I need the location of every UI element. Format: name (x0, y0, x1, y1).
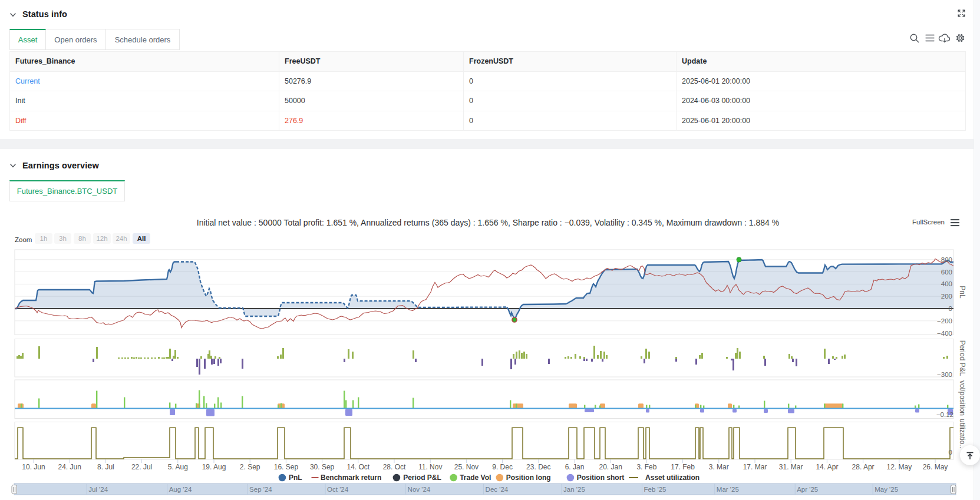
svg-text:utilizatio..: utilizatio.. (958, 419, 966, 448)
svg-text:200: 200 (941, 293, 952, 300)
svg-text:12. May: 12. May (886, 463, 912, 471)
svg-text:16. Sep: 16. Sep (274, 463, 299, 471)
svg-text:PnL: PnL (289, 473, 302, 482)
svg-text:Aug '24: Aug '24 (169, 486, 192, 493)
svg-text:25. Nov: 25. Nov (454, 463, 479, 471)
svg-text:3. Mar: 3. Mar (709, 463, 729, 471)
svg-text:17. Mar: 17. Mar (743, 463, 767, 471)
svg-text:19. Aug: 19. Aug (202, 463, 226, 471)
svg-text:800: 800 (941, 256, 952, 263)
svg-text:23. Dec: 23. Dec (526, 463, 550, 471)
svg-text:17. Feb: 17. Feb (671, 463, 695, 471)
svg-text:24. Jun: 24. Jun (58, 463, 81, 471)
svg-text:5. Aug: 5. Aug (168, 463, 188, 471)
svg-text:Feb '25: Feb '25 (644, 486, 666, 493)
svg-text:Benchmark return: Benchmark return (321, 473, 381, 482)
svg-text:26. May: 26. May (923, 463, 948, 471)
svg-text:14. Oct: 14. Oct (347, 463, 369, 471)
svg-text:May '25: May '25 (875, 486, 898, 493)
svg-text:−400: −400 (937, 330, 952, 337)
svg-text:10. Jun: 10. Jun (22, 463, 45, 471)
svg-text:PnL: PnL (958, 286, 966, 299)
svg-text:600: 600 (941, 269, 952, 276)
svg-text:vol/position: vol/position (958, 380, 966, 416)
svg-text:Apr '25: Apr '25 (797, 486, 818, 493)
svg-text:28. Oct: 28. Oct (383, 463, 406, 471)
svg-text:Dec '24: Dec '24 (486, 486, 509, 493)
svg-text:8. Jul: 8. Jul (97, 463, 114, 471)
svg-text:−0.12: −0.12 (936, 411, 953, 418)
svg-text:22. Jul: 22. Jul (131, 463, 152, 471)
svg-text:30. Sep: 30. Sep (310, 463, 335, 471)
svg-text:Trade Vol: Trade Vol (460, 473, 491, 482)
svg-text:3. Feb: 3. Feb (636, 463, 656, 471)
svg-text:0: 0 (949, 449, 952, 456)
svg-text:400: 400 (941, 280, 952, 287)
svg-text:20. Jan: 20. Jan (599, 463, 622, 471)
svg-text:Position long: Position long (506, 473, 551, 482)
svg-text:2. Sep: 2. Sep (240, 463, 260, 471)
svg-text:Oct '24: Oct '24 (327, 486, 349, 493)
svg-text:Nov '24: Nov '24 (408, 486, 431, 493)
svg-text:Position short: Position short (577, 473, 625, 482)
svg-text:11. Nov: 11. Nov (418, 463, 442, 471)
svg-text:28. Apr: 28. Apr (852, 463, 875, 471)
svg-text:31. Mar: 31. Mar (779, 463, 803, 471)
svg-text:Jul '24: Jul '24 (88, 486, 108, 493)
svg-text:Sep '24: Sep '24 (249, 486, 272, 493)
svg-text:Asset utilization: Asset utilization (645, 473, 699, 482)
svg-text:Period P&L: Period P&L (958, 340, 966, 376)
svg-text:6. Jan: 6. Jan (565, 463, 585, 471)
svg-text:9. Dec: 9. Dec (492, 463, 513, 471)
svg-text:−200: −200 (937, 317, 952, 324)
svg-text:14. Apr: 14. Apr (816, 463, 838, 471)
svg-text:−300: −300 (937, 371, 952, 378)
svg-text:Mar '25: Mar '25 (717, 486, 739, 493)
svg-text:0: 0 (949, 305, 952, 312)
svg-text:Jan '25: Jan '25 (563, 486, 585, 493)
svg-text:Period P&L: Period P&L (403, 473, 441, 482)
